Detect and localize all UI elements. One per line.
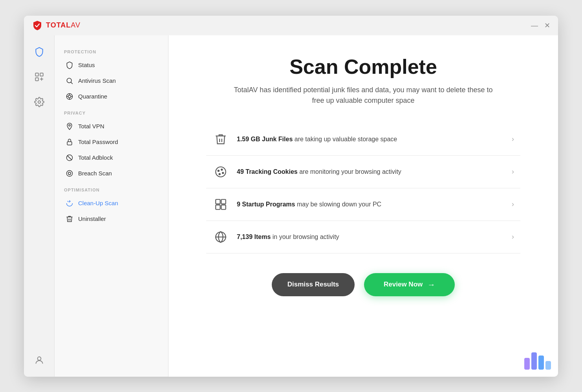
svg-rect-20 <box>216 205 220 209</box>
nav-label-antivirus: Antivirus Scan <box>78 77 116 84</box>
nav-item-breach-scan[interactable]: Breach Scan <box>61 166 162 181</box>
svg-point-16 <box>222 172 223 173</box>
svg-point-8 <box>69 124 70 126</box>
svg-rect-18 <box>216 199 220 204</box>
chevron-junk-files: › <box>512 135 514 143</box>
deco-bar-3 <box>538 356 544 370</box>
result-text-browsing: 7,139 Items in your browsing activity <box>237 233 504 241</box>
scan-subtitle: TotalAV has identified potential junk fi… <box>230 85 497 106</box>
review-now-button[interactable]: Review Now → <box>364 273 455 296</box>
sidebar-icon-user[interactable] <box>31 352 48 369</box>
nav-item-cleanup-scan[interactable]: Clean-Up Scan <box>61 195 162 211</box>
svg-point-17 <box>219 173 220 174</box>
svg-rect-0 <box>35 73 38 76</box>
result-text-junk-files: 1.59 GB Junk Files are taking up valuabl… <box>237 136 504 143</box>
password-icon <box>66 138 73 146</box>
svg-point-4 <box>37 357 41 360</box>
nav-label-cleanup: Clean-Up Scan <box>78 200 118 206</box>
privacy-section-title: PRIVACY <box>61 111 162 115</box>
nav-label-vpn: Total VPN <box>78 123 104 129</box>
nav-item-total-adblock[interactable]: Total Adblock <box>61 150 162 166</box>
sidebar-icon-apps[interactable] <box>31 68 48 86</box>
logo: TOTALAV <box>32 20 81 31</box>
logo-icon <box>32 20 43 31</box>
optimisation-section-title: OPTIMISATION <box>61 188 162 192</box>
dismiss-button[interactable]: Dismiss Results <box>272 273 355 296</box>
title-bar-controls: — ✕ <box>531 22 550 29</box>
deco-bar-2 <box>531 352 537 370</box>
icon-sidebar <box>24 35 55 377</box>
svg-rect-19 <box>221 199 225 204</box>
status-icon <box>66 61 73 69</box>
protection-section-title: PROTECTION <box>61 49 162 54</box>
nav-item-uninstaller[interactable]: Uninstaller <box>61 211 162 227</box>
nav-label-adblock: Total Adblock <box>78 154 113 161</box>
close-button[interactable]: ✕ <box>544 22 550 29</box>
nav-item-total-password[interactable]: Total Password <box>61 134 162 150</box>
chevron-startup: › <box>512 200 514 208</box>
main-content: Scan Complete TotalAV has identified pot… <box>168 35 558 377</box>
main-layout: PROTECTION Status Antivirus Scan <box>24 35 558 377</box>
svg-point-12 <box>67 170 73 176</box>
breach-scan-icon <box>66 170 73 177</box>
nav-label-password: Total Password <box>78 139 118 145</box>
svg-point-15 <box>221 169 222 170</box>
cleanup-icon <box>66 199 73 207</box>
nav-label-status: Status <box>78 62 95 68</box>
arrow-icon: → <box>427 280 435 289</box>
title-bar: TOTALAV — ✕ <box>24 16 558 35</box>
startup-programs-icon <box>212 196 229 213</box>
svg-rect-9 <box>67 142 72 145</box>
chevron-browsing: › <box>512 233 514 241</box>
nav-item-total-vpn[interactable]: Total VPN <box>61 119 162 134</box>
app-window: TOTALAV — ✕ <box>24 16 558 377</box>
svg-point-7 <box>68 95 71 98</box>
deco-bar-1 <box>524 358 530 370</box>
uninstaller-icon <box>66 215 73 223</box>
tracking-cookies-icon <box>212 164 229 180</box>
chevron-cookies: › <box>512 168 514 176</box>
result-item-browsing-items[interactable]: 7,139 Items in your browsing activity › <box>206 221 520 253</box>
result-item-startup-programs[interactable]: 9 Startup Programs may be slowing down y… <box>206 188 520 221</box>
svg-point-3 <box>38 100 40 103</box>
svg-rect-21 <box>221 205 225 209</box>
quarantine-icon <box>66 93 73 100</box>
result-item-tracking-cookies[interactable]: 49 Tracking Cookies are monitoring your … <box>206 156 520 188</box>
results-list: 1.59 GB Junk Files are taking up valuabl… <box>206 123 520 253</box>
antivirus-scan-icon <box>66 77 73 85</box>
junk-files-icon <box>212 131 229 148</box>
svg-point-5 <box>67 78 71 83</box>
result-text-startup: 9 Startup Programs may be slowing down y… <box>237 201 504 208</box>
review-now-label: Review Now <box>384 281 423 288</box>
nav-item-antivirus-scan[interactable]: Antivirus Scan <box>61 73 162 89</box>
sidebar-icon-settings[interactable] <box>31 93 48 111</box>
svg-point-11 <box>68 172 71 175</box>
svg-point-14 <box>218 170 219 171</box>
sidebar-icon-shield[interactable] <box>31 43 48 60</box>
buttons-row: Dismiss Results Review Now → <box>272 273 455 296</box>
nav-sidebar: PROTECTION Status Antivirus Scan <box>55 35 168 377</box>
browsing-items-icon <box>212 229 229 245</box>
nav-item-status[interactable]: Status <box>61 57 162 73</box>
nav-label-quarantine: Quarantine <box>78 93 107 100</box>
result-text-cookies: 49 Tracking Cookies are monitoring your … <box>237 168 504 175</box>
vpn-icon <box>66 122 73 130</box>
svg-rect-1 <box>40 73 43 76</box>
bottom-decoration <box>524 352 551 370</box>
result-item-junk-files[interactable]: 1.59 GB Junk Files are taking up valuabl… <box>206 123 520 156</box>
svg-point-13 <box>216 167 226 177</box>
adblock-icon <box>66 154 73 162</box>
svg-rect-2 <box>35 78 38 81</box>
minimize-button[interactable]: — <box>531 22 538 29</box>
nav-item-quarantine[interactable]: Quarantine <box>61 89 162 104</box>
nav-label-breach: Breach Scan <box>78 170 112 177</box>
nav-label-uninstaller: Uninstaller <box>78 215 106 222</box>
deco-bar-4 <box>545 361 551 370</box>
logo-text: TOTALAV <box>46 21 81 29</box>
scan-title: Scan Complete <box>289 55 437 78</box>
